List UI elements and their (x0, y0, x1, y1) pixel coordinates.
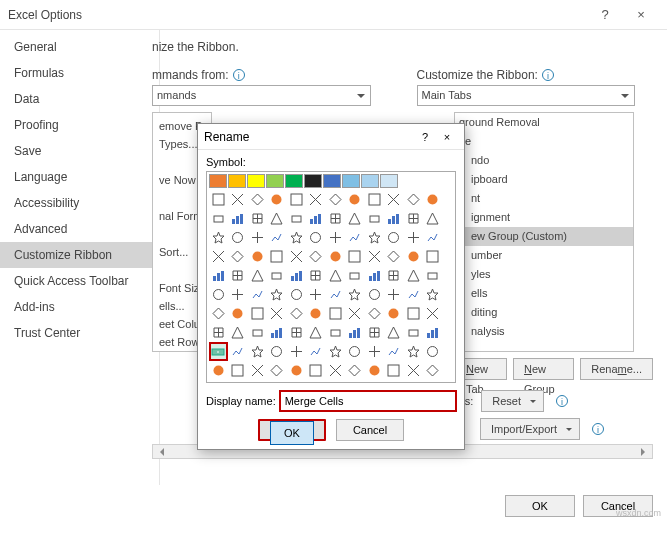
symbol-icon[interactable] (229, 342, 248, 361)
symbol-icon[interactable] (307, 247, 326, 266)
symbol-icon[interactable] (385, 304, 404, 323)
symbol-icon[interactable] (229, 247, 248, 266)
symbol-icon[interactable] (385, 209, 404, 228)
symbol-icon[interactable] (404, 228, 423, 247)
symbol-icon[interactable] (268, 266, 287, 285)
tree-item[interactable]: yles (455, 265, 633, 284)
symbol-icon[interactable] (307, 228, 326, 247)
symbol-icon[interactable] (346, 304, 365, 323)
sidebar-item-general[interactable]: General (0, 34, 159, 60)
symbol-icon[interactable] (307, 190, 326, 209)
info-icon[interactable]: i (233, 69, 245, 81)
symbol-icon[interactable] (365, 304, 384, 323)
symbol-icon[interactable] (209, 285, 228, 304)
reset-dropdown[interactable]: Reset (481, 390, 544, 412)
symbol-icon[interactable] (268, 228, 287, 247)
symbol-icon[interactable] (424, 342, 443, 361)
symbol-icon[interactable] (248, 361, 267, 380)
symbol-icon[interactable] (346, 285, 365, 304)
symbol-icon[interactable] (424, 247, 443, 266)
symbol-icon[interactable] (287, 323, 306, 342)
symbol-icon[interactable] (365, 342, 384, 361)
symbol-icon[interactable] (404, 209, 423, 228)
color-swatch[interactable] (285, 174, 303, 188)
symbol-icon[interactable] (268, 190, 287, 209)
symbol-icon[interactable] (365, 285, 384, 304)
tree-item[interactable]: ne (455, 132, 633, 151)
symbol-icon[interactable] (385, 323, 404, 342)
info-icon[interactable]: i (592, 423, 604, 435)
symbol-icon[interactable] (287, 209, 306, 228)
symbol-icon[interactable] (209, 361, 228, 380)
new-group-button[interactable]: New Group (513, 358, 574, 380)
ok-button[interactable]: OK (505, 495, 575, 517)
color-swatch[interactable] (304, 174, 322, 188)
color-swatch[interactable] (342, 174, 360, 188)
symbol-icon[interactable] (385, 342, 404, 361)
dialog-cancel-button[interactable]: Cancel (336, 419, 404, 441)
symbol-icon[interactable] (404, 285, 423, 304)
close-button[interactable]: × (623, 7, 659, 22)
sidebar-item-accessibility[interactable]: Accessibility (0, 190, 159, 216)
symbol-icon[interactable] (307, 209, 326, 228)
symbol-icon[interactable] (287, 228, 306, 247)
symbol-icon[interactable] (404, 266, 423, 285)
tree-item[interactable]: umber (455, 246, 633, 265)
symbol-icon[interactable] (248, 209, 267, 228)
rename-button[interactable]: Rename... (580, 358, 653, 380)
symbol-icon[interactable] (248, 342, 267, 361)
symbol-icon[interactable] (268, 285, 287, 304)
sidebar-item-save[interactable]: Save (0, 138, 159, 164)
symbol-icon[interactable] (326, 266, 345, 285)
symbol-icon[interactable] (229, 304, 248, 323)
symbol-icon[interactable] (326, 361, 345, 380)
symbol-icon[interactable] (404, 304, 423, 323)
symbol-icon[interactable] (229, 323, 248, 342)
symbol-icon[interactable] (209, 266, 228, 285)
tree-item[interactable]: ells (455, 284, 633, 303)
symbol-icon[interactable] (229, 361, 248, 380)
symbol-icon[interactable] (248, 304, 267, 323)
symbol-icon[interactable] (365, 323, 384, 342)
symbol-icon[interactable] (346, 247, 365, 266)
symbol-icon[interactable] (424, 285, 443, 304)
symbol-icon[interactable] (209, 247, 228, 266)
symbol-icon[interactable] (385, 190, 404, 209)
sidebar-item-add-ins[interactable]: Add-ins (0, 294, 159, 320)
symbol-icon[interactable] (326, 342, 345, 361)
symbol-icon[interactable] (346, 190, 365, 209)
symbol-icon[interactable] (326, 304, 345, 323)
symbol-icon[interactable] (404, 361, 423, 380)
info-icon[interactable]: i (542, 69, 554, 81)
tree-item[interactable]: nt (455, 189, 633, 208)
symbol-icon[interactable] (424, 361, 443, 380)
symbol-icon[interactable] (307, 304, 326, 323)
sidebar-item-advanced[interactable]: Advanced (0, 216, 159, 242)
symbol-icon[interactable] (268, 209, 287, 228)
symbol-icon[interactable] (248, 228, 267, 247)
symbol-icon[interactable] (404, 323, 423, 342)
symbol-icon[interactable] (248, 266, 267, 285)
color-swatch[interactable] (228, 174, 246, 188)
ribbon-tree[interactable]: ground Removalnendoipboardntignmentew Gr… (454, 112, 634, 352)
symbol-icon[interactable] (268, 247, 287, 266)
dialog-ok-button[interactable]: OK (258, 419, 326, 441)
symbol-icon[interactable] (326, 323, 345, 342)
help-button[interactable]: ? (587, 7, 623, 22)
symbol-icon[interactable] (248, 247, 267, 266)
tree-item[interactable]: nalysis (455, 322, 633, 341)
color-swatch[interactable] (247, 174, 265, 188)
symbol-icon[interactable] (404, 247, 423, 266)
symbol-icon[interactable] (268, 342, 287, 361)
color-swatch[interactable] (323, 174, 341, 188)
symbol-grid[interactable] (206, 171, 456, 383)
customize-ribbon-combo[interactable]: Main Tabs (417, 85, 636, 106)
symbol-icon[interactable] (209, 323, 228, 342)
symbol-icon[interactable] (424, 304, 443, 323)
symbol-icon[interactable] (287, 285, 306, 304)
symbol-icon[interactable] (287, 361, 306, 380)
symbol-icon[interactable] (326, 247, 345, 266)
import-export-dropdown[interactable]: Import/Export (480, 418, 580, 440)
symbol-icon[interactable] (424, 323, 443, 342)
info-icon[interactable]: i (556, 395, 568, 407)
